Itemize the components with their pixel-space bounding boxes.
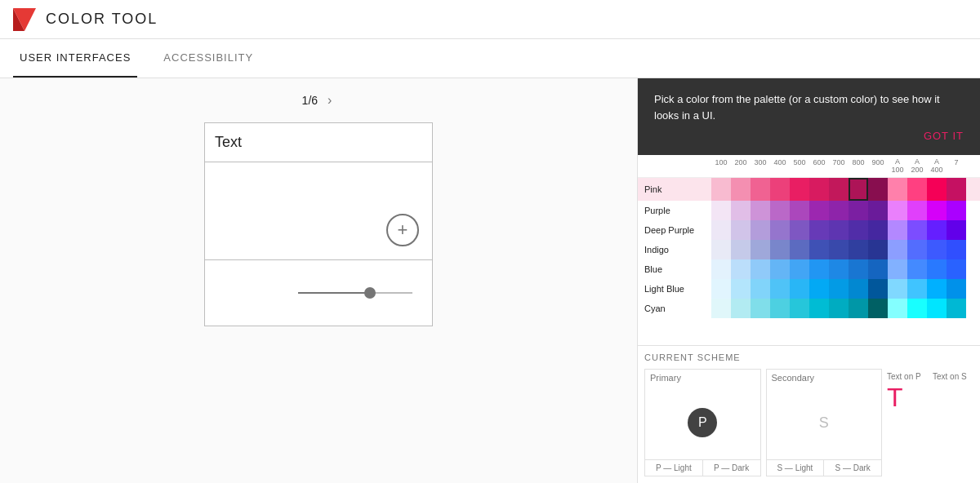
color-cell[interactable]	[711, 299, 731, 318]
color-cell-selected[interactable]	[849, 178, 868, 201]
color-cell[interactable]	[868, 178, 888, 201]
color-cell[interactable]	[907, 201, 927, 220]
color-cell[interactable]	[809, 201, 829, 220]
color-cell[interactable]	[849, 220, 868, 240]
color-cell[interactable]	[770, 279, 790, 299]
color-cell[interactable]	[927, 220, 947, 240]
color-cell[interactable]	[888, 240, 907, 259]
color-cell[interactable]	[927, 299, 947, 318]
color-cell[interactable]	[947, 279, 966, 299]
color-cell[interactable]	[907, 279, 927, 299]
tab-user-interfaces[interactable]: USER INTERFACES	[13, 39, 137, 78]
slider-thumb[interactable]	[364, 287, 376, 299]
color-cell[interactable]	[829, 240, 849, 259]
color-cell[interactable]	[829, 178, 849, 201]
color-cell[interactable]	[809, 178, 829, 201]
color-cell[interactable]	[751, 279, 770, 299]
color-cell[interactable]	[868, 279, 888, 299]
color-cell[interactable]	[947, 240, 966, 259]
color-cell[interactable]	[770, 299, 790, 318]
color-cell[interactable]	[711, 279, 731, 299]
color-cell[interactable]	[731, 259, 751, 279]
color-cell[interactable]	[947, 201, 966, 220]
color-cell[interactable]	[927, 178, 947, 201]
color-cell[interactable]	[888, 299, 907, 318]
color-cell[interactable]	[711, 178, 731, 201]
color-cell[interactable]	[888, 259, 907, 279]
color-cell[interactable]	[711, 259, 731, 279]
mockup-slider[interactable]	[298, 292, 412, 294]
color-cell[interactable]	[849, 240, 868, 259]
color-cell[interactable]	[770, 201, 790, 220]
color-cell[interactable]	[829, 220, 849, 240]
color-cell[interactable]	[731, 220, 751, 240]
color-cell[interactable]	[809, 240, 829, 259]
color-cell[interactable]	[809, 279, 829, 299]
color-cell[interactable]	[947, 259, 966, 279]
color-cell[interactable]	[868, 259, 888, 279]
color-cell[interactable]	[711, 220, 731, 240]
color-cell[interactable]	[927, 240, 947, 259]
color-cell[interactable]	[711, 240, 731, 259]
color-cell[interactable]	[770, 259, 790, 279]
color-cell[interactable]	[790, 279, 809, 299]
color-cell[interactable]	[809, 220, 829, 240]
color-cell[interactable]	[809, 259, 829, 279]
color-cell[interactable]	[868, 201, 888, 220]
mockup-fab-button[interactable]: +	[386, 214, 419, 246]
color-cell[interactable]	[790, 178, 809, 201]
color-cell[interactable]	[907, 178, 927, 201]
col-label-800: 800	[849, 158, 868, 175]
color-cell[interactable]	[849, 201, 868, 220]
color-cell[interactable]	[751, 178, 770, 201]
color-cell[interactable]	[849, 279, 868, 299]
color-cell[interactable]	[731, 279, 751, 299]
color-cell[interactable]	[790, 240, 809, 259]
color-cell[interactable]	[751, 220, 770, 240]
color-cell[interactable]	[770, 240, 790, 259]
left-panel: 1/6 › Text +	[0, 78, 637, 483]
color-cell[interactable]	[751, 299, 770, 318]
color-cell[interactable]	[888, 201, 907, 220]
tab-accessibility[interactable]: ACCESSIBILITY	[157, 39, 260, 78]
tooltip-got-it-button[interactable]: GOT IT	[654, 130, 964, 142]
color-cell[interactable]	[907, 299, 927, 318]
color-cell[interactable]	[770, 220, 790, 240]
color-cell[interactable]	[829, 259, 849, 279]
color-cell[interactable]	[868, 240, 888, 259]
color-cell[interactable]	[947, 220, 966, 240]
color-cell[interactable]	[868, 299, 888, 318]
color-cell[interactable]	[927, 201, 947, 220]
color-cell[interactable]	[790, 299, 809, 318]
color-cell[interactable]	[888, 220, 907, 240]
color-cell[interactable]	[731, 240, 751, 259]
color-cell[interactable]	[751, 201, 770, 220]
color-cell[interactable]	[751, 259, 770, 279]
color-cell[interactable]	[790, 259, 809, 279]
color-cell[interactable]	[731, 178, 751, 201]
color-cell[interactable]	[770, 178, 790, 201]
color-cell[interactable]	[751, 240, 770, 259]
color-cell[interactable]	[711, 201, 731, 220]
color-cell[interactable]	[927, 279, 947, 299]
color-cell[interactable]	[947, 299, 966, 318]
color-cell[interactable]	[731, 299, 751, 318]
color-cell[interactable]	[829, 279, 849, 299]
color-cell[interactable]	[829, 201, 849, 220]
color-cell[interactable]	[809, 299, 829, 318]
color-cell[interactable]	[888, 279, 907, 299]
color-cell[interactable]	[790, 201, 809, 220]
color-cell[interactable]	[947, 178, 966, 201]
color-cell[interactable]	[790, 220, 809, 240]
color-cell[interactable]	[907, 259, 927, 279]
color-cell[interactable]	[907, 240, 927, 259]
color-cell[interactable]	[829, 299, 849, 318]
color-cell[interactable]	[849, 299, 868, 318]
color-cell[interactable]	[907, 220, 927, 240]
pagination-next-button[interactable]: ›	[324, 91, 335, 109]
color-cell[interactable]	[868, 220, 888, 240]
color-cell[interactable]	[927, 259, 947, 279]
color-cell[interactable]	[731, 201, 751, 220]
color-cell[interactable]	[849, 259, 868, 279]
color-cell[interactable]	[888, 178, 907, 201]
